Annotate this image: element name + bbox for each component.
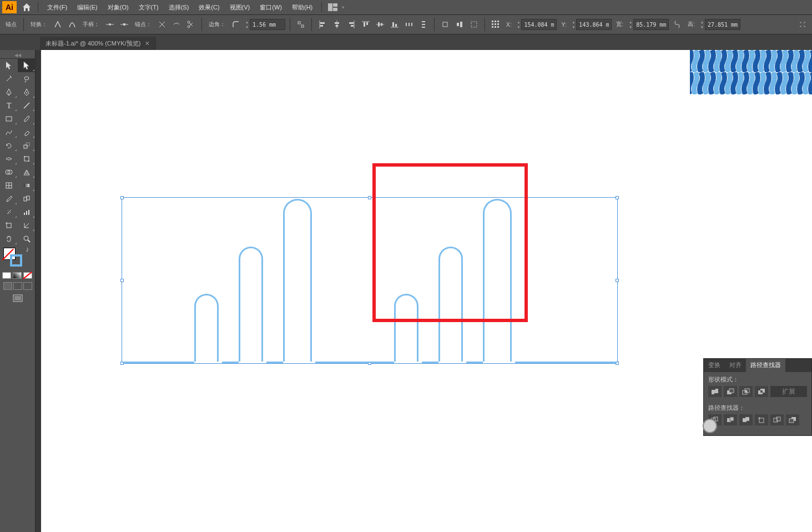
expand-control-icon[interactable] <box>796 18 809 31</box>
user-avatar-icon[interactable] <box>703 419 717 433</box>
arrange-docs-icon[interactable] <box>326 2 340 13</box>
width-tool-icon[interactable] <box>0 152 18 165</box>
align-to-key-icon[interactable] <box>453 18 466 31</box>
cut-path-icon[interactable] <box>185 18 197 31</box>
menu-file[interactable]: 文件(F) <box>43 1 72 14</box>
menu-select[interactable]: 选择(S) <box>164 1 194 14</box>
align-top-icon[interactable] <box>360 18 372 31</box>
color-none-icon[interactable] <box>23 272 32 279</box>
align-to-sel-icon[interactable] <box>468 18 480 31</box>
color-gradient-icon[interactable] <box>13 272 22 279</box>
slice-tool-icon[interactable] <box>18 219 36 232</box>
panel-tab-align[interactable]: 对齐 <box>725 359 746 372</box>
x-input[interactable] <box>521 19 557 30</box>
eyedropper-tool-icon[interactable] <box>0 192 18 205</box>
lasso-tool-icon[interactable] <box>18 72 36 86</box>
y-field[interactable]: ▲▼ <box>571 19 612 30</box>
y-input[interactable] <box>576 19 612 30</box>
swap-fill-stroke-icon[interactable]: ⤸ <box>25 247 29 253</box>
align-bottom-icon[interactable] <box>389 18 401 31</box>
convert-smooth-icon[interactable] <box>66 18 78 31</box>
isolate-icon[interactable] <box>295 18 307 31</box>
free-transform-tool-icon[interactable] <box>18 152 36 165</box>
perspective-grid-tool-icon[interactable] <box>18 165 36 179</box>
menu-object[interactable]: 对象(O) <box>103 1 133 14</box>
align-left-icon[interactable] <box>316 18 329 31</box>
screen-mode-icon[interactable] <box>0 292 35 304</box>
selection-bounding-box[interactable] <box>122 197 618 364</box>
type-tool-icon[interactable]: T <box>0 99 18 112</box>
fill-stroke-control[interactable]: ⤸ <box>0 245 35 271</box>
canvas[interactable] <box>41 50 812 532</box>
panel-tab-pathfinder[interactable]: 路径查找器 <box>746 359 785 372</box>
draw-normal-icon[interactable] <box>3 282 12 290</box>
draw-inside-icon[interactable] <box>23 282 32 290</box>
hand-tool-icon[interactable] <box>0 232 18 245</box>
color-solid-icon[interactable] <box>2 272 11 279</box>
selection-tool-icon[interactable] <box>0 59 18 72</box>
unite-icon[interactable] <box>708 386 722 397</box>
align-to-art-icon[interactable] <box>439 18 451 31</box>
align-hcenter-icon[interactable] <box>331 18 343 31</box>
menu-view[interactable]: 视图(V) <box>225 1 255 14</box>
selection-handle[interactable] <box>120 279 124 282</box>
menu-effect[interactable]: 效果(C) <box>194 1 224 14</box>
symbol-sprayer-tool-icon[interactable] <box>0 205 18 219</box>
connect-anchor-icon[interactable] <box>170 18 183 31</box>
home-icon[interactable] <box>20 2 33 13</box>
selection-handle[interactable] <box>120 196 124 199</box>
line-tool-icon[interactable] <box>18 99 36 112</box>
trim-icon[interactable] <box>724 414 737 425</box>
pathfinder-panel[interactable]: 变换 对齐 路径查找器 形状模式： 扩展 路径查找器： <box>703 358 812 436</box>
expand-button[interactable]: 扩展 <box>770 386 807 397</box>
crop-icon[interactable] <box>755 414 768 425</box>
corner-radius-field[interactable]: ▲▼ <box>244 19 285 30</box>
shape-builder-tool-icon[interactable] <box>0 165 18 179</box>
minus-front-icon[interactable] <box>724 386 737 397</box>
selection-handle[interactable] <box>368 196 371 199</box>
pen-tool-icon[interactable] <box>0 86 18 99</box>
toolbox-collapse-icon[interactable]: ◀◀ <box>0 52 35 59</box>
paintbrush-tool-icon[interactable] <box>18 112 36 126</box>
handle-hide-icon[interactable] <box>118 18 130 31</box>
magic-wand-tool-icon[interactable] <box>0 72 18 86</box>
intersect-icon[interactable] <box>739 386 753 397</box>
merge-icon[interactable] <box>739 414 753 425</box>
convert-corner-icon[interactable] <box>52 18 64 31</box>
corner-radius-input[interactable] <box>250 19 285 30</box>
direct-selection-tool-icon[interactable] <box>18 59 36 72</box>
distribute-v-icon[interactable] <box>417 18 430 31</box>
rotate-tool-icon[interactable] <box>0 139 18 152</box>
exclude-icon[interactable] <box>755 386 768 397</box>
menu-help[interactable]: 帮助(H) <box>288 1 317 14</box>
w-input[interactable] <box>633 19 669 30</box>
curvature-tool-icon[interactable] <box>18 86 36 99</box>
eraser-tool-icon[interactable] <box>18 126 36 139</box>
menu-window[interactable]: 窗口(W) <box>255 1 286 14</box>
menu-type[interactable]: 文字(T) <box>134 1 163 14</box>
handle-show-icon[interactable] <box>104 18 116 31</box>
w-field[interactable]: ▲▼ <box>628 19 669 30</box>
align-vcenter-icon[interactable] <box>374 18 386 31</box>
link-wh-icon[interactable] <box>671 18 683 31</box>
column-graph-tool-icon[interactable] <box>18 205 36 219</box>
shaper-tool-icon[interactable] <box>0 126 18 139</box>
align-right-icon[interactable] <box>345 18 357 31</box>
minus-back-icon[interactable] <box>786 414 799 425</box>
panel-tab-transform[interactable]: 变换 <box>704 359 725 372</box>
corner-type-icon[interactable] <box>230 18 242 31</box>
zoom-tool-icon[interactable] <box>18 232 36 245</box>
gradient-tool-icon[interactable] <box>18 179 36 192</box>
h-field[interactable]: ▲▼ <box>699 19 740 30</box>
outline-icon[interactable] <box>770 414 784 425</box>
blend-tool-icon[interactable] <box>18 192 36 205</box>
selection-handle[interactable] <box>616 279 619 282</box>
rectangle-tool-icon[interactable] <box>0 112 18 126</box>
x-field[interactable]: ▲▼ <box>516 19 557 30</box>
menu-edit[interactable]: 编辑(E) <box>73 1 102 14</box>
remove-anchor-icon[interactable] <box>156 18 168 31</box>
close-icon[interactable]: × <box>145 39 149 48</box>
scale-tool-icon[interactable] <box>18 139 36 152</box>
document-tab[interactable]: 未标题-1.ai* @ 400% (CMYK/预览) × <box>40 37 156 50</box>
selection-handle[interactable] <box>616 196 619 199</box>
